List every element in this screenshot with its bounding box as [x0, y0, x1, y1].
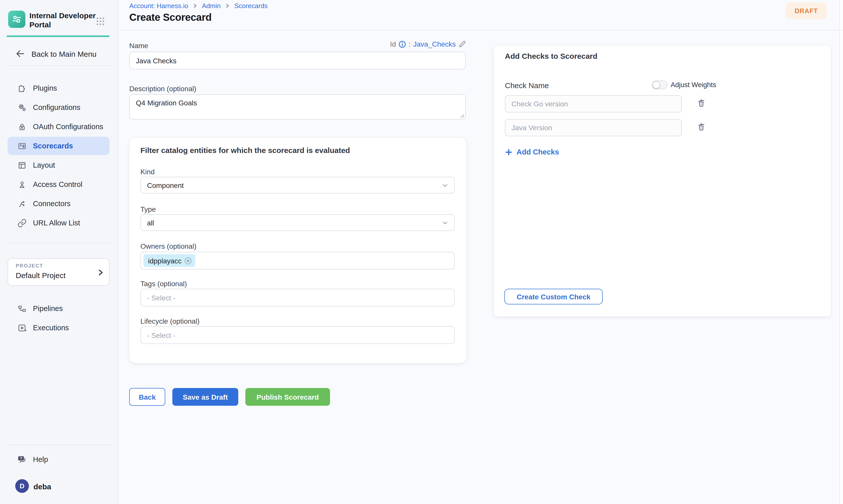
lifecycle-select-placeholder: - Select -: [147, 331, 175, 339]
lifecycle-select[interactable]: - Select -: [140, 326, 455, 344]
delete-check-button[interactable]: [696, 97, 707, 109]
breadcrumb-link-account[interactable]: Account: Harness.io: [129, 2, 188, 10]
arrow-left-icon: [15, 49, 25, 59]
sidebar-item-layout[interactable]: Layout: [7, 156, 109, 174]
back-to-main-menu-button[interactable]: Back to Main Menu: [7, 46, 109, 61]
adjust-weights-toggle[interactable]: [652, 80, 668, 89]
filter-heading: Filter catalog entities for which the sc…: [140, 146, 350, 155]
id-label: Id: [390, 40, 396, 48]
chevron-down-icon: [441, 181, 449, 189]
chevron-down-icon: [441, 219, 449, 227]
app-title: Internal Developer Portal: [30, 11, 96, 30]
project-label: PROJECT: [16, 263, 43, 268]
toggle-knob: [652, 81, 660, 89]
lock-icon: [17, 122, 27, 132]
person-icon: [17, 179, 27, 190]
sidebar-item-label: Scorecards: [33, 142, 73, 150]
help-button[interactable]: ? Help: [7, 452, 109, 467]
owner-tag: idpplayacc: [143, 254, 195, 267]
owner-tag-label: idpplayacc: [148, 256, 181, 265]
sidebar-item-oauth-configurations[interactable]: OAuth Configurations: [7, 118, 109, 136]
check-name-label: Check Name: [505, 81, 549, 90]
scrollbar-gutter[interactable]: [840, 0, 843, 504]
owners-label: Owners (optional): [140, 242, 196, 250]
project-selector[interactable]: PROJECT Default Project: [7, 258, 109, 286]
chevron-right-icon: [225, 3, 230, 8]
status-badge: DRAFT: [786, 2, 827, 19]
layout-icon: [17, 160, 27, 170]
sidebar-item-executions[interactable]: Executions: [7, 319, 109, 337]
save-as-draft-button[interactable]: Save as Draft: [172, 388, 238, 406]
delete-check-button[interactable]: [696, 121, 707, 133]
add-checks-label: Add Checks: [516, 148, 559, 156]
info-icon[interactable]: [399, 40, 406, 48]
id-row: Id : Java_Checks: [129, 40, 466, 48]
header-divider: [118, 30, 843, 30]
checks-heading: Add Checks to Scorecard: [505, 52, 597, 60]
help-label: Help: [33, 455, 48, 464]
publish-scorecard-button[interactable]: Publish Scorecard: [245, 388, 330, 406]
sidebar-item-connectors[interactable]: Connectors: [7, 195, 109, 213]
resize-handle-icon[interactable]: [459, 113, 464, 118]
sidebar-accent-bar: [6, 35, 109, 37]
sidebar-item-configurations[interactable]: Configurations: [7, 98, 109, 116]
breadcrumb-link-admin[interactable]: Admin: [202, 2, 221, 10]
chevron-right-icon: [96, 268, 104, 276]
sidebar-item-label: Configurations: [33, 103, 80, 111]
description-field-wrap: Q4 Migration Goals: [129, 94, 466, 120]
id-separator: :: [408, 40, 410, 48]
remove-tag-icon[interactable]: [184, 256, 192, 265]
help-icon: ?: [17, 454, 27, 465]
description-label: Description (optional): [129, 85, 196, 93]
add-checks-button[interactable]: Add Checks: [505, 148, 559, 156]
sidebar-item-access-control[interactable]: Access Control: [7, 175, 109, 194]
breadcrumb-link-scorecards[interactable]: Scorecards: [234, 2, 268, 10]
app-logo-icon: [8, 11, 25, 28]
owners-input[interactable]: idpplayacc: [140, 252, 455, 269]
sidebar-divider: [6, 65, 112, 66]
sidebar-item-pipelines[interactable]: Pipelines: [7, 299, 109, 318]
type-select-value: all: [147, 219, 154, 227]
pipelines-icon: [17, 303, 27, 313]
sidebar-item-url-allow-list[interactable]: URL Allow List: [7, 214, 109, 232]
back-to-main-menu-label: Back to Main Menu: [31, 49, 96, 58]
plus-icon: [505, 148, 512, 156]
project-name: Default Project: [16, 271, 66, 280]
back-button[interactable]: Back: [129, 388, 165, 406]
filter-card: Filter catalog entities for which the sc…: [129, 138, 467, 363]
grid-menu-icon[interactable]: [95, 16, 105, 26]
create-custom-check-button[interactable]: Create Custom Check: [504, 289, 603, 304]
kind-select-value: Component: [147, 181, 184, 189]
svg-text:?: ?: [20, 456, 22, 461]
kind-label: Kind: [140, 168, 155, 176]
sidebar-item-scorecards[interactable]: Scorecards: [7, 137, 109, 155]
type-select[interactable]: all: [140, 214, 455, 231]
app-root: Internal Developer Portal Back to Main M…: [0, 0, 843, 504]
name-input[interactable]: [129, 52, 466, 69]
gears-icon: [17, 102, 27, 112]
sidebar-item-label: OAuth Configurations: [33, 123, 103, 131]
id-value-link[interactable]: Java_Checks: [413, 40, 456, 48]
sidebar-item-plugins[interactable]: Plugins: [7, 79, 109, 97]
check-name-input[interactable]: [505, 119, 682, 136]
plugins-icon: [17, 83, 27, 93]
breadcrumb: Account: Harness.io Admin Scorecards: [129, 2, 268, 10]
connectors-icon: [17, 199, 27, 209]
sidebar: Internal Developer Portal Back to Main M…: [0, 0, 118, 504]
tags-select[interactable]: - Select -: [140, 289, 455, 306]
sidebar-divider: [6, 242, 112, 243]
tags-select-placeholder: - Select -: [147, 293, 175, 302]
chevron-right-icon: [192, 3, 198, 8]
user-avatar[interactable]: D: [15, 479, 29, 493]
type-label: Type: [140, 205, 156, 213]
user-name: deba: [33, 482, 51, 491]
description-textarea[interactable]: Q4 Migration Goals: [129, 94, 466, 120]
edit-pencil-icon[interactable]: [458, 40, 466, 48]
sidebar-item-label: Executions: [33, 324, 69, 332]
sidebar-item-label: URL Allow List: [33, 219, 80, 227]
page-title: Create Scorecard: [129, 12, 212, 23]
kind-select[interactable]: Component: [140, 177, 455, 194]
tags-label: Tags (optional): [140, 280, 187, 288]
executions-icon: [17, 323, 27, 333]
check-name-input[interactable]: [505, 95, 682, 112]
